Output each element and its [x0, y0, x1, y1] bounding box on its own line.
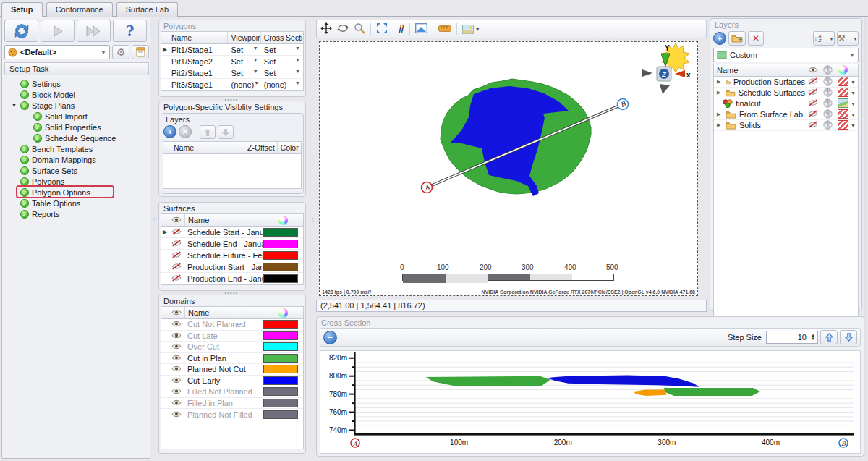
- filter-toggle[interactable]: [820, 77, 835, 88]
- layer-color-swatch[interactable]: [835, 88, 851, 98]
- color-cell[interactable]: [263, 263, 303, 271]
- profile-select[interactable]: <Default> ▼: [4, 45, 110, 59]
- cross-section-dropdown[interactable]: (none)▼: [261, 80, 303, 89]
- expander-icon[interactable]: ▶: [717, 122, 723, 128]
- visibility-column-header[interactable]: [805, 66, 820, 75]
- color-cell[interactable]: [263, 274, 303, 283]
- polygon-row[interactable]: ▶ Pit1/Stage1 Set▼ Set▼: [161, 44, 303, 56]
- layer-color-swatch[interactable]: [835, 120, 851, 131]
- surface-row[interactable]: Schedule Future - February: [161, 250, 303, 261]
- zoom-fit-button[interactable]: [376, 22, 388, 35]
- cross-section-dropdown[interactable]: Set▼: [261, 69, 303, 77]
- cross-section-dropdown[interactable]: Set▼: [261, 46, 303, 54]
- viewpoint-dropdown[interactable]: Set▼: [228, 46, 260, 54]
- domain-row[interactable]: Cut in Plan: [161, 353, 303, 365]
- layer-tools-button[interactable]: ⚒▼: [837, 31, 859, 46]
- layer-color-swatch[interactable]: [835, 109, 851, 120]
- surface-row[interactable]: ▶ Schedule Start - January: [161, 227, 303, 238]
- visibility-toggle[interactable]: [169, 376, 184, 385]
- move-down-button[interactable]: [218, 125, 234, 139]
- step-size-value[interactable]: 10: [767, 331, 809, 343]
- task-solid-properties[interactable]: ✓Solid Properties: [4, 122, 149, 132]
- visibility-toggle[interactable]: [169, 354, 184, 363]
- surface-row[interactable]: Production End - January: [161, 273, 303, 284]
- expander-icon[interactable]: ▼: [12, 103, 17, 108]
- surface-row[interactable]: Schedule End - January: [161, 238, 303, 250]
- visibility-toggle[interactable]: [805, 88, 820, 97]
- pan-tool-button[interactable]: [320, 22, 332, 35]
- step-size-input[interactable]: 10 ▲▼: [766, 331, 818, 344]
- visibility-toggle[interactable]: [169, 399, 184, 407]
- filter-toggle[interactable]: [820, 88, 835, 98]
- visibility-toggle[interactable]: [805, 99, 820, 108]
- col-cross-section[interactable]: Cross Section: [261, 32, 303, 43]
- visibility-toggle[interactable]: [169, 331, 184, 340]
- task-domain-mappings[interactable]: ✓Domain Mappings: [4, 154, 149, 165]
- polygon-row[interactable]: Pit2/Stage1 Set▼ Set▼: [161, 67, 303, 79]
- visibility-toggle[interactable]: [169, 387, 184, 396]
- layer-set-select[interactable]: Custom ▼: [713, 48, 859, 62]
- cross-section-dropdown[interactable]: Set▼: [261, 57, 303, 66]
- filter-column-header[interactable]: [820, 65, 835, 76]
- domain-row[interactable]: Planned Not Cut: [161, 364, 303, 376]
- layer-row-production-surfaces[interactable]: ▶Production Surfaces ▼: [714, 77, 858, 88]
- task-settings[interactable]: ✓Settings: [4, 78, 149, 89]
- task-stage-plans[interactable]: ▼✓Stage Plans: [4, 100, 149, 111]
- viewpoint-dropdown[interactable]: (none)▼: [228, 80, 260, 89]
- domain-row[interactable]: Over Cut: [161, 342, 303, 353]
- notes-button[interactable]: [132, 45, 149, 59]
- refresh-button[interactable]: [4, 20, 38, 42]
- tab-setup[interactable]: Setup: [1, 2, 43, 17]
- add-layer-button[interactable]: +: [163, 125, 176, 138]
- help-button[interactable]: ?: [113, 20, 147, 42]
- task-block-model[interactable]: ✓Block Model: [4, 89, 149, 100]
- color-cell[interactable]: [263, 331, 303, 340]
- chevron-down-icon[interactable]: ▼: [851, 80, 858, 85]
- task-table-options[interactable]: ✓Table Options: [4, 198, 149, 208]
- surface-row[interactable]: Production Start - January: [161, 261, 303, 273]
- layer-color-swatch[interactable]: [835, 77, 851, 88]
- spin-down-icon[interactable]: ▼: [811, 337, 815, 341]
- visibility-toggle[interactable]: [169, 228, 184, 237]
- middle-splitter[interactable]: ⋮: [310, 217, 315, 223]
- step-down-button[interactable]: [840, 330, 857, 344]
- profile-settings-button[interactable]: ⚙: [112, 45, 129, 59]
- color-cell[interactable]: [263, 342, 303, 351]
- filter-toggle[interactable]: [820, 109, 835, 120]
- tab-surface-lab[interactable]: Surface Lab: [116, 2, 178, 17]
- color-cell[interactable]: [263, 410, 303, 419]
- viewpoint-dropdown[interactable]: Set▼: [228, 57, 260, 66]
- task-reports[interactable]: ✓Reports: [4, 208, 149, 219]
- domain-row[interactable]: Cut Early: [161, 376, 303, 387]
- zoom-tool-button[interactable]: [354, 22, 365, 35]
- add-layer-button[interactable]: +: [713, 32, 726, 45]
- move-up-button[interactable]: [200, 125, 216, 139]
- visibility-toggle[interactable]: [169, 320, 184, 329]
- remove-layer-button[interactable]: ✕: [179, 125, 192, 138]
- task-schedule-sequence[interactable]: ✓Schedule Sequence: [4, 132, 149, 143]
- expander-icon[interactable]: ▶: [717, 90, 723, 96]
- layer-color-swatch[interactable]: [835, 98, 851, 109]
- col-name[interactable]: Name: [184, 307, 263, 318]
- color-cell[interactable]: [263, 251, 303, 260]
- color-cell[interactable]: [263, 387, 303, 396]
- color-cell[interactable]: [263, 365, 303, 373]
- col-color[interactable]: Color: [278, 142, 301, 153]
- chevron-down-icon[interactable]: ▼: [851, 101, 858, 106]
- domain-row[interactable]: Filled Not Planned: [161, 386, 303, 398]
- filter-toggle[interactable]: [820, 120, 835, 131]
- task-bench-templates[interactable]: ✓Bench Templates: [4, 143, 149, 154]
- section-marker-a[interactable]: A: [422, 182, 433, 193]
- polygon-row[interactable]: Pit3/Stage1 (none)▼ (none)▼: [161, 79, 303, 90]
- 3d-viewport[interactable]: A B Y Z x 0 100 200 300 400 500 1428 fps…: [319, 41, 698, 296]
- col-name[interactable]: Name: [714, 64, 805, 76]
- task-solid-import[interactable]: ✓Solid Import: [4, 111, 149, 122]
- visibility-toggle[interactable]: [169, 240, 184, 248]
- layer-row-from-surface-lab[interactable]: ▶From Surface Lab ▼: [714, 109, 858, 120]
- color-cell[interactable]: [263, 320, 303, 329]
- layer-row-schedule-surfaces[interactable]: ▶Schedule Surfaces ▼: [714, 88, 858, 98]
- expander-icon[interactable]: ▶: [717, 111, 723, 117]
- sort-button[interactable]: ↓AZ▼: [813, 31, 835, 46]
- col-z-offset[interactable]: Z-Offset: [244, 142, 278, 153]
- tab-conformance[interactable]: Conformance: [46, 2, 113, 17]
